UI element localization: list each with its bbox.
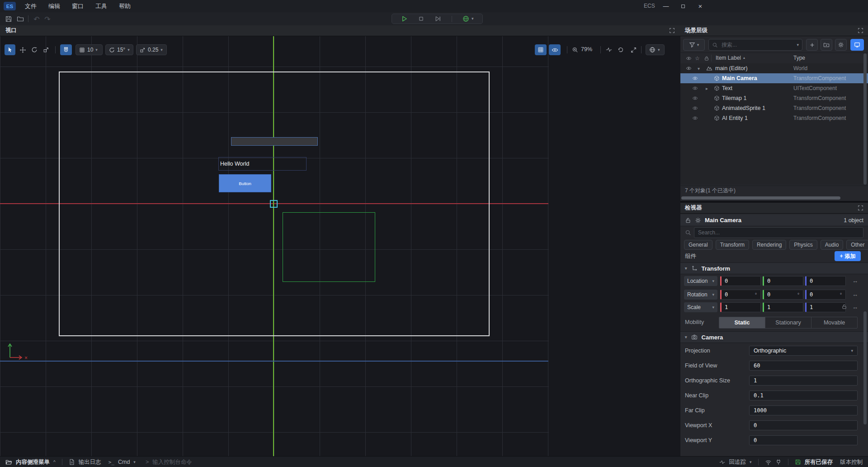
scale-label-dropdown[interactable]: Scale ▾ bbox=[684, 302, 717, 312]
link-values-icon[interactable]: ↔ bbox=[852, 277, 858, 284]
hierarchy-search-box[interactable]: ▾ bbox=[708, 39, 802, 51]
viewport-y-input[interactable]: 0 bbox=[749, 435, 858, 445]
tab-transform[interactable]: Transform bbox=[716, 240, 749, 250]
tab-general[interactable]: General bbox=[684, 240, 712, 250]
output-log-button[interactable]: 输出日志 bbox=[79, 458, 101, 466]
hierarchy-row-ai-entity[interactable]: AI Entity 1 TransformComponent bbox=[680, 113, 864, 123]
favorite-column-star-icon[interactable]: ☆ bbox=[695, 55, 700, 62]
maximize-button[interactable] bbox=[676, 0, 690, 12]
stats-button[interactable] bbox=[604, 44, 614, 55]
grid-snap-dropdown[interactable]: 10 ▾ bbox=[75, 44, 103, 55]
lock-scale-icon[interactable] bbox=[841, 304, 847, 310]
minimize-button[interactable]: — bbox=[659, 0, 673, 12]
lock-inspector-button[interactable] bbox=[685, 217, 691, 224]
rotation-label-dropdown[interactable]: Rotation ▾ bbox=[684, 290, 717, 300]
chevron-right-icon[interactable]: ▸ bbox=[706, 86, 708, 91]
scale-x-input[interactable]: 1 bbox=[720, 302, 761, 312]
undo-button[interactable]: ↶ bbox=[32, 14, 42, 24]
hierarchy-row-main-camera[interactable]: Main Camera TransformComponent bbox=[680, 73, 868, 83]
viewport-world-dropdown[interactable]: ▾ bbox=[646, 44, 665, 55]
select-tool-button[interactable] bbox=[5, 44, 15, 55]
tab-rendering[interactable]: Rendering bbox=[752, 240, 786, 250]
hierarchy-filter-dropdown[interactable]: ▾ bbox=[683, 39, 705, 51]
menu-item-help[interactable]: 帮助 bbox=[113, 0, 137, 12]
stop-button[interactable] bbox=[418, 16, 424, 22]
scale-z-input[interactable]: 1 bbox=[805, 302, 846, 312]
field-of-view-input[interactable]: 60 bbox=[749, 361, 858, 371]
app-logo[interactable]: ES bbox=[4, 2, 16, 10]
snap-toggle-button[interactable] bbox=[60, 44, 72, 55]
hierarchy-vertical-scrollbar[interactable] bbox=[863, 53, 867, 185]
hierarchy-settings-button[interactable] bbox=[835, 39, 847, 51]
open-project-button[interactable] bbox=[15, 14, 25, 24]
location-y-input[interactable]: 0 bbox=[763, 276, 803, 286]
location-x-input[interactable]: 0 bbox=[720, 276, 761, 286]
orthographic-size-input[interactable]: 1 bbox=[749, 376, 858, 386]
visibility-column-eye-icon[interactable] bbox=[686, 56, 692, 62]
reset-view-button[interactable] bbox=[616, 44, 626, 55]
add-folder-button[interactable] bbox=[821, 39, 832, 51]
rotation-x-input[interactable]: 0° bbox=[720, 290, 761, 300]
gizmo-visibility-button[interactable] bbox=[549, 44, 561, 55]
ui-button-entity[interactable]: Button bbox=[219, 174, 271, 192]
save-button[interactable] bbox=[4, 14, 14, 24]
run-target-dropdown[interactable]: ▾ bbox=[462, 15, 474, 22]
step-button[interactable] bbox=[434, 15, 441, 22]
eye-icon[interactable] bbox=[692, 86, 698, 91]
object-settings-button[interactable] bbox=[695, 217, 701, 224]
scene-viewport[interactable]: Hello World Button × bbox=[0, 36, 680, 456]
eye-icon[interactable] bbox=[692, 105, 698, 111]
scale-tool-button[interactable] bbox=[41, 44, 52, 55]
inspector-expand-button[interactable] bbox=[858, 205, 863, 211]
add-component-button[interactable]: + 添加 bbox=[835, 251, 861, 261]
link-values-icon[interactable]: ↔ bbox=[852, 304, 858, 310]
menu-item-window[interactable]: 窗口 bbox=[66, 0, 90, 12]
projection-select[interactable]: Orthographic ▾ bbox=[749, 346, 858, 356]
link-values-icon[interactable]: ↔ bbox=[852, 291, 858, 298]
eye-icon[interactable] bbox=[692, 115, 698, 121]
content-drawer-button[interactable]: 内容侧滑菜单 bbox=[16, 458, 50, 466]
hierarchy-row-text[interactable]: ▸ Text UITextComponent bbox=[680, 83, 864, 93]
console-command-input[interactable]: 输入控制台命令 bbox=[152, 458, 192, 466]
rotate-tool-button[interactable] bbox=[29, 44, 40, 55]
menu-item-file[interactable]: 文件 bbox=[19, 0, 42, 12]
tab-physics[interactable]: Physics bbox=[789, 240, 817, 250]
hierarchy-horizontal-scrollbar[interactable] bbox=[681, 196, 840, 200]
redo-button[interactable]: ↷ bbox=[42, 14, 52, 24]
zoom-button[interactable] bbox=[571, 44, 580, 55]
chevron-down-icon[interactable]: ▾ bbox=[698, 66, 700, 71]
inspector-search-input[interactable] bbox=[694, 229, 863, 236]
eye-icon[interactable] bbox=[692, 76, 698, 81]
menu-item-tools[interactable]: 工具 bbox=[90, 0, 113, 12]
hierarchy-search-input[interactable] bbox=[721, 41, 794, 48]
rotation-y-input[interactable]: 0° bbox=[763, 290, 803, 300]
play-button[interactable] bbox=[401, 15, 408, 22]
inspector-vertical-scrollbar[interactable] bbox=[863, 311, 867, 424]
mobility-movable-option[interactable]: Movable bbox=[811, 317, 857, 328]
far-clip-input[interactable]: 1000 bbox=[749, 405, 858, 415]
tab-audio[interactable]: Audio bbox=[821, 240, 844, 250]
transform-section-header[interactable]: ▾ Transform bbox=[680, 262, 868, 274]
menu-item-edit[interactable]: 编辑 bbox=[42, 0, 66, 12]
type-column-header[interactable]: Type bbox=[793, 55, 805, 61]
origin-marker-square[interactable] bbox=[270, 200, 278, 208]
eye-icon[interactable] bbox=[692, 95, 698, 101]
close-button[interactable]: × bbox=[693, 0, 707, 12]
text-entity-box[interactable]: Hello World bbox=[218, 157, 307, 171]
scale-y-input[interactable]: 1 bbox=[763, 302, 803, 312]
grid-visibility-button[interactable] bbox=[535, 44, 547, 55]
selected-sprite-bar[interactable] bbox=[231, 137, 318, 146]
mobility-static-option[interactable]: Static bbox=[719, 317, 765, 328]
lock-column-lock-icon[interactable] bbox=[704, 56, 709, 61]
viewport-x-input[interactable]: 0 bbox=[749, 420, 858, 430]
eye-icon[interactable] bbox=[686, 66, 692, 71]
trace-back-dropdown[interactable]: 回追踪 bbox=[729, 458, 746, 466]
tab-other[interactable]: Other bbox=[846, 240, 868, 250]
fullscreen-button[interactable] bbox=[628, 44, 638, 55]
location-label-dropdown[interactable]: Location ▾ bbox=[684, 276, 717, 286]
camera-section-header[interactable]: ▾ Camera bbox=[680, 331, 868, 343]
viewport-expand-button[interactable] bbox=[669, 28, 675, 33]
move-tool-button[interactable] bbox=[17, 44, 28, 55]
hierarchy-expand-button[interactable] bbox=[858, 28, 863, 33]
add-entity-button[interactable] bbox=[806, 39, 818, 51]
